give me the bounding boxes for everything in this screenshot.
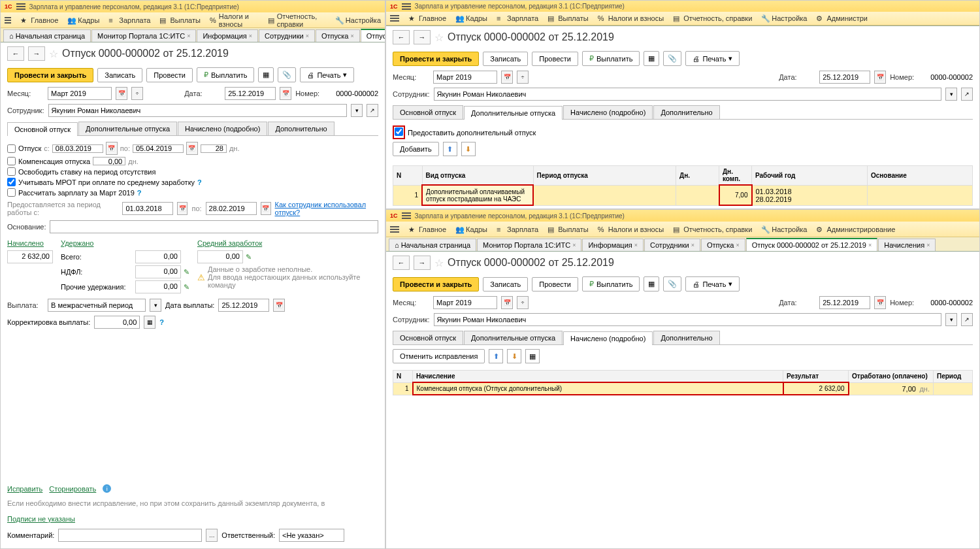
- subtab-extra[interactable]: Дополнительно: [653, 331, 719, 344]
- tab-portal[interactable]: Монитор Портала 1С:ИТС×: [477, 239, 581, 251]
- edit-icon[interactable]: ✎: [184, 268, 189, 276]
- print-button[interactable]: 🖨Печать▾: [685, 51, 740, 66]
- menu-admin[interactable]: ⚙Администрирование: [816, 225, 895, 233]
- date-input[interactable]: [819, 71, 870, 84]
- save-button[interactable]: Записать: [97, 68, 142, 82]
- period-to[interactable]: [206, 202, 257, 215]
- dropdown-icon[interactable]: ▾: [150, 299, 161, 312]
- comment-input[interactable]: [58, 529, 202, 542]
- tool1-button[interactable]: ▦: [258, 67, 274, 82]
- favorite-icon[interactable]: ☆: [434, 31, 444, 44]
- tool1-button[interactable]: ▦: [644, 51, 659, 66]
- comp-value[interactable]: [93, 157, 125, 165]
- subtab-extra[interactable]: Дополнительно: [268, 122, 334, 135]
- calendar-icon[interactable]: 📅: [280, 87, 291, 100]
- comp-checkbox[interactable]: [7, 157, 16, 165]
- menu-main[interactable]: ★Главное: [20, 16, 58, 24]
- move-down-icon[interactable]: ⬇: [507, 349, 521, 363]
- print-button[interactable]: 🖨Печать▾: [685, 276, 740, 291]
- calendar-icon[interactable]: 📅: [177, 202, 188, 215]
- menu-otchet[interactable]: ▤Отчетность, справки: [673, 14, 752, 22]
- tab-doc[interactable]: Отпуск 0000-000002 от 25.12.2019×: [361, 29, 385, 42]
- payout-date[interactable]: [218, 299, 269, 312]
- responsible-input[interactable]: [279, 529, 344, 542]
- menu-nastroika[interactable]: 🔧Настройка: [761, 14, 807, 22]
- mrot-checkbox[interactable]: [7, 178, 16, 186]
- save-button[interactable]: Записать: [483, 277, 528, 291]
- table-row[interactable]: 1 Дополнительный оплачиваемый отпуск пос…: [393, 185, 973, 205]
- menu-kadry[interactable]: 👥Кадры: [455, 14, 487, 22]
- avg-header[interactable]: Средний заработок: [197, 239, 365, 247]
- spinner-icon[interactable]: ÷: [131, 87, 143, 100]
- dropdown-icon[interactable]: ▾: [351, 104, 363, 117]
- tab-home[interactable]: ⌂Начальная страница: [389, 239, 476, 251]
- emp-input[interactable]: [434, 88, 942, 101]
- print-button[interactable]: 🖨Печать▾: [300, 67, 354, 82]
- tab-sotr[interactable]: Сотрудники×: [644, 239, 700, 251]
- tab-home[interactable]: ⌂Начальная страница: [3, 29, 91, 42]
- subtab-calc[interactable]: Начислено (подробно): [563, 331, 653, 345]
- month-input[interactable]: [433, 71, 497, 84]
- month-input[interactable]: [433, 296, 497, 309]
- recalc-checkbox[interactable]: [7, 188, 16, 197]
- help-icon[interactable]: ?: [137, 189, 142, 197]
- pay-button[interactable]: ₽Выплатить: [582, 51, 640, 66]
- post-close-button[interactable]: Провести и закрыть: [393, 277, 479, 291]
- menu-vyplaty[interactable]: ▤Выплаты: [547, 225, 588, 233]
- favorite-icon[interactable]: ☆: [49, 48, 58, 60]
- calc-icon[interactable]: ▦: [144, 316, 155, 329]
- attach-button[interactable]: 📎: [278, 67, 296, 82]
- accrued-header[interactable]: Начислено: [7, 239, 53, 247]
- emp-input[interactable]: [48, 104, 348, 117]
- move-down-icon[interactable]: ⬇: [461, 142, 476, 156]
- tab-info[interactable]: Информация×: [582, 239, 644, 251]
- date-input[interactable]: [819, 296, 870, 309]
- days-input[interactable]: [201, 144, 227, 153]
- period-from[interactable]: [122, 202, 173, 215]
- menu-vyplaty[interactable]: ▤Выплаты: [159, 16, 200, 24]
- subtab-add[interactable]: Дополнительные отпуска: [464, 106, 563, 120]
- forward-button[interactable]: →: [28, 46, 45, 61]
- close-icon[interactable]: ×: [187, 33, 190, 39]
- back-button[interactable]: ←: [7, 46, 24, 61]
- menu-zarplata[interactable]: ≡Зарплата: [497, 14, 538, 22]
- menu-otchet[interactable]: ▤Отчетность, справки: [673, 225, 752, 233]
- menu-nalogi[interactable]: %Налоги и взносы: [598, 14, 664, 22]
- back-button[interactable]: ←: [393, 30, 410, 44]
- calendar-icon[interactable]: 📅: [261, 202, 271, 215]
- pay-button[interactable]: ₽Выплатить: [197, 67, 254, 82]
- leave-checkbox[interactable]: [7, 144, 16, 153]
- menu-main[interactable]: ★Главное: [408, 225, 446, 233]
- hamburger-icon[interactable]: [16, 3, 25, 10]
- post-button[interactable]: Провести: [532, 52, 578, 66]
- used-link[interactable]: Как сотрудник использовал отпуск?: [275, 201, 378, 216]
- back-button[interactable]: ←: [393, 256, 410, 270]
- subtab-add[interactable]: Дополнительные отпуска: [464, 331, 563, 344]
- menu-kadry[interactable]: 👥Кадры: [67, 16, 99, 24]
- menu-nalogi[interactable]: %Налоги и взносы: [598, 225, 664, 233]
- withheld-header[interactable]: Удержано: [61, 239, 189, 247]
- month-input[interactable]: [48, 87, 112, 100]
- tab-portal[interactable]: Монитор Портала 1С:ИТС×: [91, 29, 196, 42]
- menu-toggle-icon[interactable]: [390, 15, 399, 22]
- tab-info[interactable]: Информация×: [197, 29, 258, 42]
- calendar-icon[interactable]: 📅: [273, 299, 285, 312]
- subtab-main[interactable]: Основной отпуск: [393, 331, 463, 344]
- basis-input[interactable]: [50, 220, 378, 233]
- calendar-icon[interactable]: 📅: [186, 142, 198, 155]
- payout-period[interactable]: [48, 299, 146, 312]
- menu-toggle-icon[interactable]: [390, 226, 399, 233]
- favorite-icon[interactable]: ☆: [434, 257, 444, 269]
- storno-link[interactable]: Сторнировать: [49, 485, 96, 493]
- tab-doc[interactable]: Отпуск 0000-000002 от 25.12.2019×: [746, 238, 877, 252]
- menu-nalogi[interactable]: %Налоги и взносы: [210, 12, 259, 28]
- subtab-main[interactable]: Основной отпуск: [7, 122, 78, 136]
- subtab-extra[interactable]: Дополнительно: [653, 105, 719, 119]
- menu-toggle-icon[interactable]: [5, 17, 11, 24]
- menu-vyplaty[interactable]: ▤Выплаты: [547, 14, 588, 22]
- subtab-calc[interactable]: Начислено (подробно): [563, 105, 653, 119]
- move-up-icon[interactable]: ⬆: [443, 142, 457, 156]
- tab-otp[interactable]: Отпуска×: [701, 239, 745, 251]
- menu-otchet[interactable]: ▤Отчетность, справки: [268, 12, 326, 28]
- forward-button[interactable]: →: [414, 30, 431, 44]
